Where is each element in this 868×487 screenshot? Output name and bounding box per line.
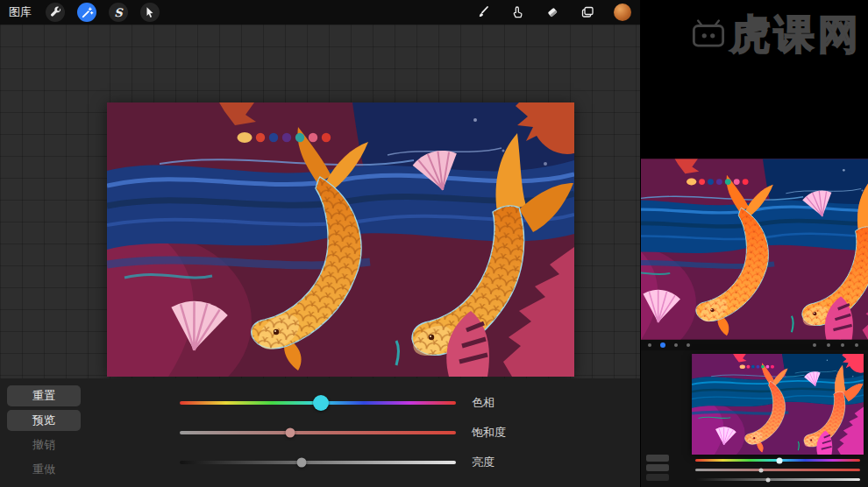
hue-slider[interactable] (180, 395, 456, 411)
mini-hue-slider (695, 457, 860, 463)
eraser-button[interactable] (544, 4, 561, 21)
video-thumbnail-artwork (641, 159, 868, 340)
mini-eraser-icon (841, 343, 844, 347)
mini-undo-button (646, 474, 669, 481)
artwork-koi[interactable] (107, 102, 574, 377)
adjustments-button[interactable] (77, 3, 96, 22)
canvas-area[interactable] (0, 25, 640, 378)
watermark-text: 虎课网 (730, 14, 862, 54)
mini-reset-button (646, 455, 669, 462)
mini-selection-icon (674, 343, 678, 347)
saturation-slider[interactable] (180, 425, 456, 441)
undo-button[interactable]: 撤销 (7, 434, 81, 455)
redo-button[interactable]: 重做 (7, 459, 81, 480)
watermark: 虎课网 (692, 14, 862, 54)
saturation-label: 饱和度 (472, 426, 506, 440)
brightness-knob[interactable] (296, 458, 306, 468)
brightness-track[interactable] (180, 461, 456, 464)
video-black-area: 虎课网 (641, 0, 868, 159)
right-sidebar: 虎课网 (640, 0, 868, 487)
gallery-button[interactable]: 图库 (9, 4, 32, 20)
color-swatch-button[interactable] (614, 4, 631, 21)
mini-saturation-knob (759, 468, 764, 472)
cursor-arrow-icon (144, 6, 156, 18)
mini-brightness-slider (695, 476, 860, 483)
reset-button[interactable]: 重置 (7, 385, 81, 406)
brush-icon (475, 5, 489, 19)
mini-saturation-track (695, 469, 860, 471)
selection-button[interactable]: S (109, 3, 128, 22)
brightness-label: 亮度 (472, 455, 494, 469)
mini-arrow-icon (687, 343, 690, 347)
watermark-tv-icon (692, 19, 725, 49)
mini-saturation-slider (695, 467, 860, 473)
video-thumbnail-editing (641, 340, 868, 487)
top-toolbar: 图库 S (0, 0, 640, 25)
actions-button[interactable] (46, 3, 65, 22)
eraser-icon (545, 5, 559, 19)
saturation-knob[interactable] (286, 428, 295, 438)
mini-brightness-track (695, 478, 860, 481)
hue-knob[interactable] (313, 395, 329, 411)
mini-preview-button (646, 464, 669, 471)
mini-hue-knob (776, 457, 782, 463)
mini-wrench-icon (648, 343, 651, 347)
layers-button[interactable] (579, 4, 596, 21)
procreate-app: 图库 S (0, 0, 640, 487)
hue-label: 色相 (472, 396, 494, 410)
brush-button[interactable] (473, 4, 491, 21)
screen: 图库 S (0, 0, 868, 487)
mini-smudge-icon (827, 343, 830, 347)
mini-brush-icon (813, 343, 816, 347)
wrench-icon (49, 6, 62, 19)
smudge-finger-icon (510, 5, 524, 19)
preview-button[interactable]: 预览 (7, 410, 81, 431)
mini-wand-icon (660, 342, 665, 348)
layers-icon (580, 5, 594, 19)
saturation-track[interactable] (180, 431, 456, 434)
transform-button[interactable] (140, 3, 160, 22)
magic-wand-icon (81, 6, 94, 19)
brightness-slider[interactable] (180, 455, 456, 470)
mini-brightness-knob (765, 477, 770, 482)
mini-layers-icon (855, 343, 858, 347)
selection-s-icon: S (114, 7, 122, 18)
mini-artwork (692, 354, 864, 455)
hsb-adjust-panel: 重置 预览 撤销 重做 色相 饱和度 亮度 (0, 378, 640, 487)
smudge-button[interactable] (509, 4, 526, 21)
mini-toolbar (641, 340, 868, 350)
